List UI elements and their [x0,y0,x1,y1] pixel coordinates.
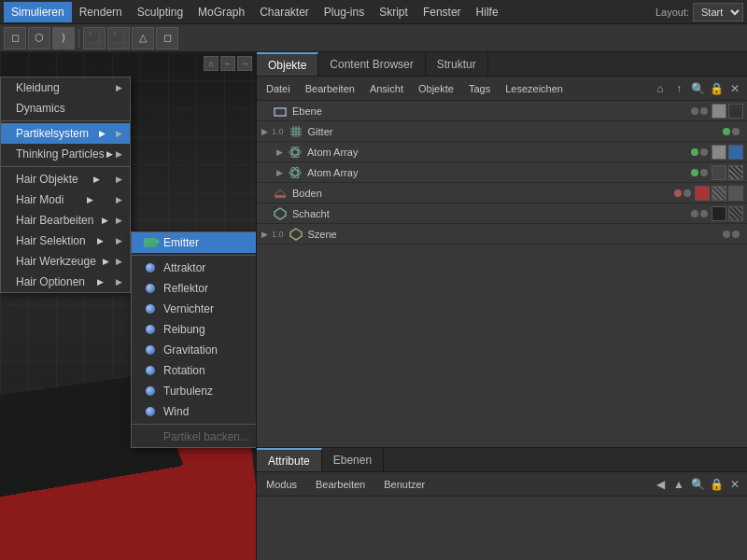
sub-gravitation[interactable]: Gravitation [132,340,257,360]
mat-swatch[interactable] [695,186,710,201]
attr-toolbar-x-icon[interactable]: ✕ [726,476,743,493]
obj-menu-datei[interactable]: Datei [261,81,296,96]
sub-attraktor[interactable]: Attraktor [132,258,257,278]
menu-rendern[interactable]: Rendern [72,2,130,22]
attr-menu-bearbeiten[interactable]: Bearbeiten [310,477,371,492]
attr-toolbar-up-icon[interactable]: ▲ [670,476,687,493]
menu-partikelsystem[interactable]: Partikelsystem▶ [1,123,130,144]
mat-swatch[interactable] [728,186,743,201]
vp-icon-home[interactable]: ⌂ [204,56,218,71]
table-row[interactable]: ▶ 1.0 Gitter [257,121,747,142]
tab-struktur[interactable]: Struktur [426,52,488,76]
attr-toolbar-lock-icon[interactable]: 🔒 [708,476,725,493]
svg-marker-17 [290,229,302,240]
emitter-icon [143,235,158,250]
menu-kleidung[interactable]: Kleidung [1,77,130,98]
obj-name-gitter: Gitter [308,126,723,137]
mat-swatch[interactable] [728,145,743,160]
menu-hair-modi[interactable]: Hair Modi▶ [1,189,130,210]
obj-toolbar-search-icon[interactable]: 🔍 [689,80,706,97]
attr-toolbar-left-icon[interactable]: ◀ [652,476,669,493]
expand-btn[interactable]: ▶ [257,224,272,245]
mat-swatch[interactable] [712,206,726,221]
attr-toolbar-search-icon[interactable]: 🔍 [689,476,706,493]
dot1 [723,231,730,238]
obj-icon-atom2 [287,164,303,181]
table-row[interactable]: ▶ Atom Array [257,142,747,162]
obj-menu-lesezeichen[interactable]: Lesezeichen [500,81,569,96]
mat-swatch[interactable] [712,165,726,180]
obj-menu-objekte[interactable]: Objekte [413,81,459,96]
obj-materials [712,145,743,160]
mat-swatch[interactable] [728,165,743,180]
mat-swatch[interactable] [712,104,726,119]
tab-ebenen[interactable]: Ebenen [322,448,384,471]
sub-reflektor[interactable]: Reflektor [132,278,257,299]
obj-toolbar-lock-icon[interactable]: 🔒 [708,80,725,97]
menu-hair-werkzeuge[interactable]: Hair Werkzeuge▶ [1,251,130,272]
toolbar-icon-7[interactable]: ◻ [156,27,178,49]
obj-toolbar-home-icon[interactable]: ⌂ [652,80,669,97]
vp-icon-forward[interactable]: → [237,56,252,71]
mat-swatch[interactable] [712,145,726,160]
menu-simulieren[interactable]: Simulieren [4,2,72,22]
table-row[interactable]: Schacht [257,203,747,224]
sub-vernichter[interactable]: Vernichter [132,299,257,319]
toolbar-icon-5[interactable]: ⬛ [107,27,130,49]
menu-hair-selektion[interactable]: Hair Selektion▶ [1,231,130,251]
expand-btn[interactable] [257,183,272,203]
layout-select[interactable]: Start [693,3,743,21]
obj-menu-tags[interactable]: Tags [463,81,496,96]
expand-btn[interactable] [257,203,272,224]
obj-toolbar-up-icon[interactable]: ↑ [670,80,687,97]
toolbar-icon-2[interactable]: ⬡ [28,27,50,49]
reibung-icon [143,322,158,337]
menu-hair-objekte[interactable]: Hair Objekte▶ [1,169,130,189]
attr-menu-benutzer[interactable]: Benutzer [378,477,430,492]
sub-wind[interactable]: Wind [132,401,257,422]
expand-btn[interactable]: ▶ [257,121,272,142]
tab-attribute[interactable]: Attribute [257,448,322,471]
obj-materials [695,186,743,201]
sub-turbulenz[interactable]: Turbulenz [132,381,257,401]
expand-btn[interactable]: ▶ [272,142,287,162]
tab-objekte[interactable]: Objekte [257,52,318,76]
menu-fenster[interactable]: Fenster [416,2,469,22]
menu-charakter[interactable]: Charakter [252,2,317,22]
mat-swatch[interactable] [728,104,743,119]
obj-menu-bearbeiten[interactable]: Bearbeiten [300,81,360,96]
sub-reibung[interactable]: Reibung [132,319,257,340]
obj-materials [712,206,743,221]
obj-toolbar-x-icon[interactable]: ✕ [726,80,743,97]
toolbar-icon-6[interactable]: △ [132,27,154,49]
table-row[interactable]: ▶ Atom Array [257,162,747,183]
menu-sculpting[interactable]: Sculpting [130,2,190,22]
obj-dots [691,210,708,217]
obj-menu-ansicht[interactable]: Ansicht [364,81,409,96]
svg-rect-0 [275,108,286,116]
viewport[interactable]: ⌂ ← → Kleidung Dynamics Partikelsystem▶ … [0,52,257,560]
attr-menu-modus[interactable]: Modus [261,477,303,492]
tab-content-browser[interactable]: Content Browser [318,52,425,76]
menu-hair-optionen[interactable]: Hair Optionen▶ [1,272,130,292]
sub-emitter[interactable]: Emitter [132,232,257,253]
menu-dynamics[interactable]: Dynamics [1,98,130,119]
menu-thinking-particles[interactable]: Thinking Particles▶ [1,144,130,164]
table-row[interactable]: ▶ 1.0 Szene [257,224,747,245]
table-row[interactable]: Ebene [257,101,747,121]
menu-mograph[interactable]: MoGraph [190,2,252,22]
menu-hilfe[interactable]: Hilfe [469,2,506,22]
toolbar-icon-3[interactable]: ⟩ [52,27,75,49]
table-row[interactable]: Boden [257,183,747,203]
toolbar-icon-4[interactable]: ⬛ [83,27,106,49]
mat-swatch[interactable] [728,206,743,221]
sub-rotation[interactable]: Rotation [132,360,257,381]
menu-skript[interactable]: Skript [372,2,416,22]
menu-hair-bearbeiten[interactable]: Hair Bearbeiten▶ [1,210,130,231]
mat-swatch[interactable] [712,186,726,201]
menu-plugins[interactable]: Plug-ins [317,2,372,22]
expand-btn[interactable] [257,101,272,121]
vp-icon-back[interactable]: ← [220,56,235,71]
expand-btn[interactable]: ▶ [272,162,287,183]
toolbar-icon-1[interactable]: ◻ [4,27,26,49]
